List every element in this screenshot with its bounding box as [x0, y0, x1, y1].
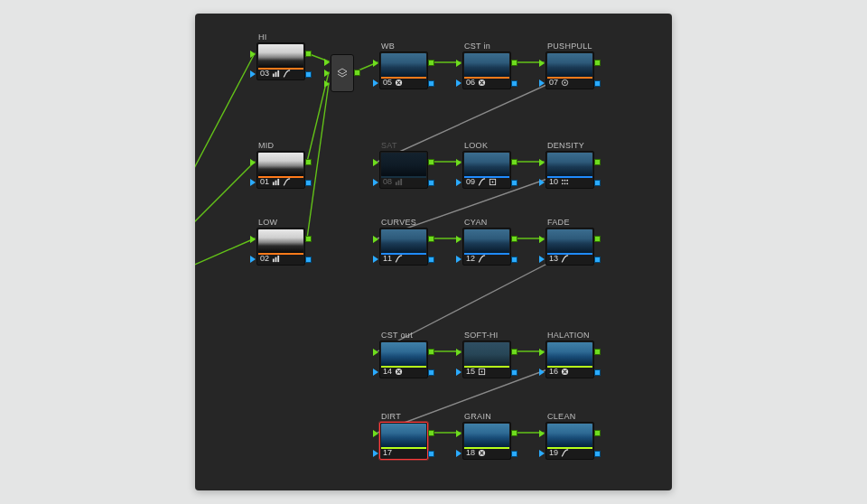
node-body[interactable]: 10	[545, 151, 594, 189]
rgb-input-port[interactable]	[456, 60, 461, 67]
alpha-output-port[interactable]	[428, 80, 434, 87]
alpha-output-port[interactable]	[594, 257, 601, 263]
rgb-input-port[interactable]	[373, 430, 378, 437]
alpha-output-port[interactable]	[511, 257, 517, 263]
alpha-output-port[interactable]	[594, 451, 601, 457]
node-n16[interactable]: HALATION16	[545, 330, 594, 378]
alpha-input-port[interactable]	[456, 369, 461, 376]
rgb-output-port[interactable]	[305, 51, 312, 57]
node-body[interactable]: 17	[379, 422, 428, 460]
rgb-input-port[interactable]	[250, 236, 256, 243]
node-n01[interactable]: MID01	[256, 140, 305, 189]
alpha-input-port[interactable]	[373, 256, 378, 263]
rgb-output-port[interactable]	[305, 236, 312, 242]
node-n03[interactable]: HI03	[256, 32, 305, 80]
rgb-input-port[interactable]	[539, 349, 545, 356]
alpha-output-port[interactable]	[305, 257, 312, 263]
node-n10[interactable]: DENSITY10	[545, 140, 594, 189]
node-n12[interactable]: CYAN12	[462, 217, 511, 266]
node-body[interactable]: 09	[462, 151, 511, 189]
node-body[interactable]: 03	[256, 42, 305, 80]
rgb-output-port[interactable]	[511, 159, 517, 165]
rgb-input-port[interactable]	[539, 159, 545, 166]
node-n17[interactable]: DIRT17	[379, 411, 428, 460]
node-n19[interactable]: CLEAN19	[545, 411, 594, 460]
alpha-input-port[interactable]	[539, 369, 545, 376]
node-body[interactable]: 12	[462, 228, 511, 266]
rgb-input-port[interactable]	[456, 349, 461, 356]
rgb-input-port[interactable]	[250, 159, 256, 166]
node-body[interactable]: 02	[256, 228, 305, 266]
rgb-output-port[interactable]	[511, 430, 517, 436]
rgb-output-port[interactable]	[428, 349, 434, 355]
rgb-output-port[interactable]	[511, 236, 517, 242]
alpha-output-port[interactable]	[511, 451, 517, 457]
rgb-input-port[interactable]	[539, 430, 545, 437]
node-body[interactable]: 01	[256, 151, 305, 189]
alpha-input-port[interactable]	[373, 179, 378, 186]
alpha-output-port[interactable]	[511, 80, 517, 87]
alpha-output-port[interactable]	[428, 369, 434, 376]
node-n13[interactable]: FADE13	[545, 217, 594, 266]
mixer-input-2-port[interactable]	[324, 70, 330, 77]
rgb-output-port[interactable]	[594, 430, 601, 436]
rgb-output-port[interactable]	[428, 236, 434, 242]
alpha-input-port[interactable]	[250, 70, 256, 78]
node-body[interactable]: 19	[545, 422, 594, 460]
alpha-input-port[interactable]	[373, 369, 378, 376]
node-n06[interactable]: CST in06	[462, 41, 511, 89]
node-body[interactable]: 08	[379, 151, 428, 189]
rgb-output-port[interactable]	[511, 349, 517, 355]
rgb-input-port[interactable]	[456, 236, 461, 243]
rgb-input-port[interactable]	[373, 236, 378, 243]
alpha-input-port[interactable]	[539, 179, 545, 186]
alpha-output-port[interactable]	[305, 180, 312, 186]
rgb-input-port[interactable]	[539, 60, 545, 67]
node-n18[interactable]: GRAIN18	[462, 411, 511, 460]
rgb-output-port[interactable]	[428, 60, 434, 66]
node-body[interactable]: 15	[462, 341, 511, 378]
node-n02[interactable]: LOW02	[256, 217, 305, 266]
alpha-input-port[interactable]	[539, 79, 545, 87]
rgb-output-port[interactable]	[594, 236, 601, 242]
alpha-input-port[interactable]	[539, 450, 545, 457]
alpha-input-port[interactable]	[250, 179, 256, 186]
alpha-output-port[interactable]	[428, 257, 434, 263]
node-n09[interactable]: LOOK09	[462, 140, 511, 189]
node-body[interactable]: 06	[462, 51, 511, 89]
rgb-output-port[interactable]	[428, 159, 434, 165]
mixer-output-port[interactable]	[354, 70, 360, 76]
rgb-input-port[interactable]	[373, 349, 378, 356]
node-n14[interactable]: CST out14	[379, 330, 428, 378]
rgb-input-port[interactable]	[456, 159, 461, 166]
alpha-output-port[interactable]	[305, 71, 312, 78]
alpha-output-port[interactable]	[511, 369, 517, 376]
rgb-input-port[interactable]	[539, 236, 545, 243]
alpha-input-port[interactable]	[456, 79, 461, 87]
alpha-input-port[interactable]	[250, 256, 256, 263]
alpha-input-port[interactable]	[456, 450, 461, 457]
rgb-input-port[interactable]	[373, 159, 378, 166]
node-body[interactable]: 05	[379, 51, 428, 89]
node-body[interactable]: 07	[545, 51, 594, 89]
mixer-input-3-port[interactable]	[324, 80, 330, 88]
rgb-input-port[interactable]	[456, 430, 461, 437]
alpha-output-port[interactable]	[428, 180, 434, 186]
node-body[interactable]: 16	[545, 341, 594, 378]
node-n11[interactable]: CURVES11	[379, 217, 428, 266]
alpha-output-port[interactable]	[594, 180, 601, 186]
node-n05[interactable]: WB05	[379, 41, 428, 89]
alpha-input-port[interactable]	[456, 256, 461, 263]
rgb-output-port[interactable]	[594, 349, 601, 355]
rgb-output-port[interactable]	[594, 159, 601, 165]
alpha-output-port[interactable]	[594, 369, 601, 376]
alpha-input-port[interactable]	[373, 450, 378, 457]
alpha-output-port[interactable]	[428, 451, 434, 457]
layer-mixer-node[interactable]	[331, 54, 354, 92]
rgb-output-port[interactable]	[594, 60, 601, 66]
node-body[interactable]: 14	[379, 341, 428, 378]
node-n07[interactable]: PUSHPULL07	[545, 41, 594, 89]
alpha-input-port[interactable]	[539, 256, 545, 263]
rgb-output-port[interactable]	[305, 159, 312, 165]
node-n15[interactable]: SOFT-HI15	[462, 330, 511, 378]
